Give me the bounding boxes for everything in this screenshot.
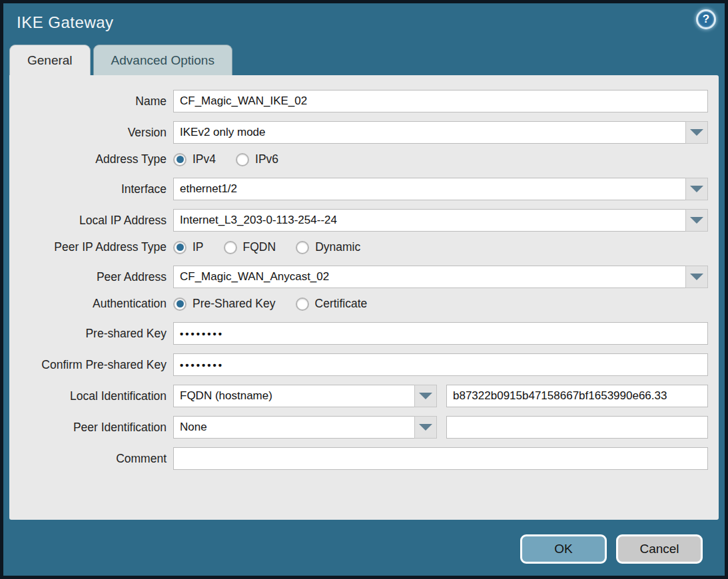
- chevron-down-icon: [419, 424, 432, 431]
- radio-ipv4-circle[interactable]: [173, 153, 186, 166]
- version-row: Version IKEv2 only mode: [9, 121, 708, 144]
- tab-bar: General Advanced Options: [3, 45, 725, 75]
- radio-ipv6-circle[interactable]: [236, 153, 249, 166]
- peer-ip-address-type-label: Peer IP Address Type: [9, 240, 173, 254]
- confirm-pre-shared-key-input[interactable]: [173, 353, 708, 376]
- interface-label: Interface: [9, 182, 173, 196]
- peer-address-row: Peer Address CF_Magic_WAN_Anycast_02: [9, 266, 708, 288]
- authentication-label: Authentication: [9, 297, 173, 311]
- dialog-titlebar: IKE Gateway ?: [3, 3, 725, 45]
- comment-input[interactable]: [173, 447, 708, 470]
- tab-advanced-options[interactable]: Advanced Options: [93, 45, 232, 75]
- radio-ipv6[interactable]: IPv6: [236, 152, 278, 166]
- radio-fqdn[interactable]: FQDN: [224, 240, 276, 254]
- radio-ipv6-label: IPv6: [255, 152, 278, 166]
- comment-row: Comment: [9, 447, 708, 470]
- ok-button[interactable]: OK: [520, 534, 607, 564]
- chevron-down-icon: [690, 217, 703, 224]
- local-ip-address-value[interactable]: Internet_L3_203-0-113-254--24: [173, 209, 685, 232]
- name-label: Name: [9, 95, 173, 108]
- version-dropdown[interactable]: IKEv2 only mode: [173, 121, 708, 144]
- local-ip-address-dropdown[interactable]: Internet_L3_203-0-113-254--24: [173, 209, 708, 232]
- confirm-pre-shared-key-label: Confirm Pre-shared Key: [9, 358, 173, 372]
- radio-fqdn-label: FQDN: [243, 240, 276, 254]
- peer-identification-row: Peer Identification None: [9, 416, 708, 439]
- interface-dropdown[interactable]: ethernet1/2: [173, 178, 708, 200]
- radio-dynamic[interactable]: Dynamic: [296, 240, 360, 254]
- radio-ip-label: IP: [192, 240, 204, 254]
- tab-general-label: General: [27, 53, 73, 68]
- help-glyph: ?: [703, 13, 709, 26]
- radio-certificate[interactable]: Certificate: [296, 297, 368, 311]
- authentication-row: Authentication Pre-Shared Key Certificat…: [9, 297, 708, 311]
- tab-advanced-options-label: Advanced Options: [111, 53, 214, 68]
- peer-address-label: Peer Address: [9, 270, 173, 284]
- radio-pre-shared-key-label: Pre-Shared Key: [192, 297, 276, 311]
- cancel-button[interactable]: Cancel: [616, 534, 703, 564]
- radio-dynamic-label: Dynamic: [315, 240, 360, 254]
- dialog-title: IKE Gateway: [17, 13, 114, 32]
- local-identification-dropdown-button[interactable]: [414, 385, 437, 407]
- ike-gateway-dialog: IKE Gateway ? General Advanced Options N…: [0, 0, 728, 579]
- name-row: Name: [9, 90, 708, 112]
- pre-shared-key-label: Pre-shared Key: [9, 327, 173, 341]
- peer-address-value[interactable]: CF_Magic_WAN_Anycast_02: [173, 266, 685, 288]
- radio-ipv4[interactable]: IPv4: [173, 152, 216, 166]
- peer-identification-value-input[interactable]: [446, 416, 708, 439]
- interface-dropdown-button[interactable]: [685, 178, 708, 200]
- name-input[interactable]: [173, 90, 708, 112]
- peer-ip-address-type-row: Peer IP Address Type IP FQDN Dynamic: [9, 240, 708, 254]
- confirm-pre-shared-key-row: Confirm Pre-shared Key: [9, 353, 708, 376]
- address-type-row: Address Type IPv4 IPv6: [9, 152, 708, 166]
- radio-certificate-circle[interactable]: [296, 297, 309, 311]
- radio-ip[interactable]: IP: [173, 240, 204, 254]
- local-identification-row: Local Identification FQDN (hostname): [9, 385, 708, 407]
- peer-identification-dropdown-button[interactable]: [414, 416, 437, 439]
- comment-label: Comment: [9, 452, 173, 466]
- interface-row: Interface ethernet1/2: [9, 178, 708, 200]
- local-identification-value-input[interactable]: [446, 385, 708, 407]
- radio-ip-circle[interactable]: [173, 241, 186, 254]
- address-type-label: Address Type: [9, 152, 173, 166]
- local-ip-address-row: Local IP Address Internet_L3_203-0-113-2…: [9, 209, 708, 232]
- version-value[interactable]: IKEv2 only mode: [173, 121, 685, 144]
- local-identification-type-value[interactable]: FQDN (hostname): [173, 385, 414, 407]
- radio-fqdn-circle[interactable]: [224, 241, 237, 254]
- local-identification-type-dropdown[interactable]: FQDN (hostname): [173, 385, 437, 407]
- chevron-down-icon: [419, 393, 432, 399]
- peer-address-dropdown-button[interactable]: [685, 266, 708, 288]
- chevron-down-icon: [690, 274, 703, 280]
- radio-certificate-label: Certificate: [315, 297, 368, 311]
- general-tab-panel: Name Version IKEv2 only mode Address Typ…: [9, 75, 719, 520]
- peer-identification-type-value[interactable]: None: [173, 416, 414, 439]
- tab-general[interactable]: General: [9, 45, 91, 75]
- chevron-down-icon: [690, 186, 703, 192]
- radio-ipv4-label: IPv4: [192, 152, 216, 166]
- chevron-down-icon: [690, 129, 703, 136]
- local-ip-address-label: Local IP Address: [9, 214, 173, 228]
- peer-identification-label: Peer Identification: [9, 421, 173, 435]
- peer-identification-type-dropdown[interactable]: None: [173, 416, 437, 439]
- local-ip-address-dropdown-button[interactable]: [685, 209, 708, 232]
- pre-shared-key-input[interactable]: [173, 322, 708, 345]
- version-label: Version: [9, 126, 173, 140]
- local-identification-label: Local Identification: [9, 389, 173, 403]
- interface-value[interactable]: ethernet1/2: [173, 178, 685, 200]
- radio-dynamic-circle[interactable]: [296, 241, 309, 254]
- version-dropdown-button[interactable]: [685, 121, 708, 144]
- help-icon[interactable]: ?: [696, 9, 716, 29]
- radio-pre-shared-key-circle[interactable]: [173, 297, 186, 311]
- peer-address-dropdown[interactable]: CF_Magic_WAN_Anycast_02: [173, 266, 708, 288]
- pre-shared-key-row: Pre-shared Key: [9, 322, 708, 345]
- radio-pre-shared-key[interactable]: Pre-Shared Key: [173, 297, 276, 311]
- dialog-footer: OK Cancel: [520, 534, 703, 564]
